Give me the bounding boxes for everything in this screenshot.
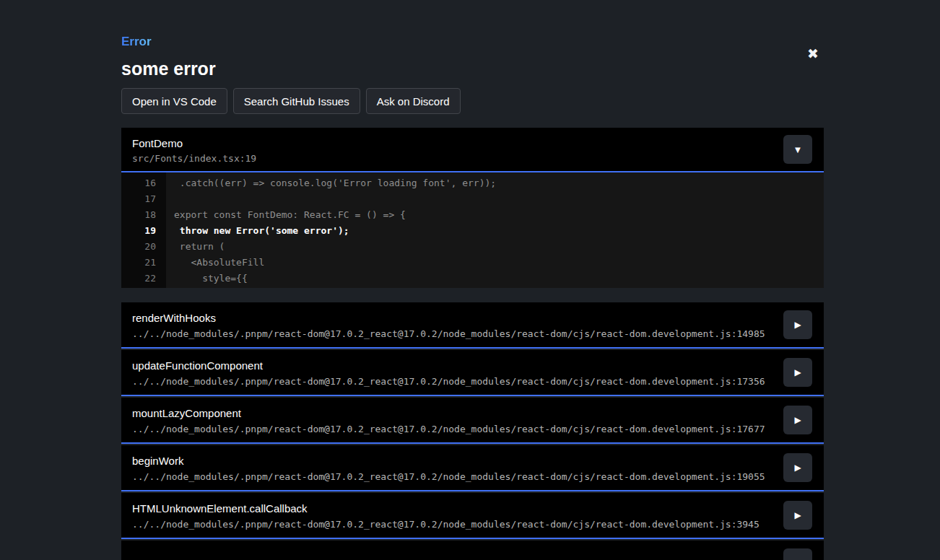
line-number: 22	[121, 271, 166, 286]
stack-frame-function: HTMLUnknownElement.callCallback	[132, 502, 773, 515]
stack-frame-row: mountLazyComponent ../../node_modules/.p…	[121, 398, 824, 444]
error-overlay: Error some error ✖ Open in VS Code Searc…	[0, 0, 940, 560]
stack-frame-path: ../../node_modules/.pnpm/react-dom@17.0.…	[132, 328, 773, 340]
play-icon: ▶	[794, 510, 801, 520]
collapse-button[interactable]: ▼	[783, 135, 812, 164]
code-line: 19 throw new Error('some error');	[121, 223, 824, 239]
stack-frame-path: ../../node_modules/.pnpm/react-dom@17.0.…	[132, 471, 773, 483]
play-icon: ▶	[794, 415, 801, 425]
line-number: 21	[121, 255, 166, 271]
search-github-issues-button[interactable]: Search GitHub Issues	[233, 88, 360, 114]
expand-frame-button[interactable]: ▶	[783, 406, 812, 434]
chevron-down-icon: ▼	[793, 144, 803, 155]
code-frame-location: src/Fonts/index.tsx:19	[132, 153, 780, 165]
stack-frame-path: ../../node_modules/.pnpm/react-dom@17.0.…	[132, 376, 773, 388]
line-code: return (	[166, 239, 225, 255]
stack-frame-row: HTMLUnknownElement.callCallback ../../no…	[121, 493, 824, 539]
play-icon: ▶	[794, 320, 801, 330]
error-type-label: Error	[121, 34, 152, 49]
line-number: 18	[121, 207, 166, 223]
stack-frame-function: updateFunctionComponent	[132, 359, 773, 372]
code-frame-title: FontDemo	[132, 137, 780, 150]
action-buttons: Open in VS Code Search GitHub Issues Ask…	[121, 88, 824, 114]
play-icon: ▶	[794, 463, 801, 473]
expand-frame-button[interactable]: ▶	[783, 358, 812, 387]
ask-on-discord-button[interactable]: Ask on Discord	[366, 88, 461, 114]
open-in-vscode-button[interactable]: Open in VS Code	[121, 88, 227, 114]
stack-frame-path: ../../node_modules/.pnpm/react-dom@17.0.…	[132, 424, 773, 435]
line-code: style={{	[166, 271, 248, 286]
error-overlay-content: Error some error ✖ Open in VS Code Searc…	[121, 0, 824, 560]
error-message: some error	[121, 58, 824, 79]
line-number: 20	[121, 239, 166, 255]
stack-frame-function: renderWithHooks	[132, 312, 773, 325]
line-code	[166, 191, 174, 207]
code-line: 18 export const FontDemo: React.FC = () …	[121, 207, 824, 223]
expand-frame-button[interactable]: ▶	[783, 453, 812, 482]
code-frame: FontDemo src/Fonts/index.tsx:19 ▼ 16 .ca…	[121, 128, 824, 288]
expand-frame-button[interactable]: ▶	[783, 548, 812, 560]
stack-frame-row: beginWork ../../node_modules/.pnpm/react…	[121, 445, 824, 491]
line-number: 17	[121, 191, 166, 207]
line-number: 16	[121, 175, 166, 191]
stack-frame-row: renderWithHooks ../../node_modules/.pnpm…	[121, 302, 824, 349]
close-icon: ✖	[807, 45, 819, 61]
line-number: 19	[121, 223, 166, 239]
line-code: export const FontDemo: React.FC = () => …	[166, 207, 406, 223]
expand-frame-button[interactable]: ▶	[783, 501, 812, 530]
close-button[interactable]: ✖	[804, 44, 822, 63]
code-line: 16 .catch((err) => console.log('Error lo…	[121, 175, 824, 191]
stack-frame-function: beginWork	[132, 455, 773, 468]
expand-frame-button[interactable]: ▶	[783, 310, 812, 339]
code-line: 22 style={{	[121, 271, 824, 286]
line-code: <AbsoluteFill	[166, 255, 264, 271]
line-code: throw new Error('some error');	[166, 223, 349, 239]
stack-frame-path: ../../node_modules/.pnpm/react-dom@17.0.…	[132, 519, 773, 530]
code-line: 17	[121, 191, 824, 207]
stack-frame-row: ▶	[121, 541, 824, 560]
stack-frame-function: mountLazyComponent	[132, 407, 773, 420]
stack-list: renderWithHooks ../../node_modules/.pnpm…	[121, 302, 824, 560]
code-lines: 16 .catch((err) => console.log('Error lo…	[121, 172, 824, 288]
code-line: 21 <AbsoluteFill	[121, 255, 824, 271]
code-frame-header: FontDemo src/Fonts/index.tsx:19 ▼	[121, 128, 824, 172]
line-code: .catch((err) => console.log('Error loadi…	[166, 175, 496, 191]
play-icon: ▶	[794, 367, 801, 377]
error-header: Error some error ✖ Open in VS Code Searc…	[121, 0, 824, 114]
code-line: 20 return (	[121, 239, 824, 255]
stack-frame-row: updateFunctionComponent ../../node_modul…	[121, 350, 824, 396]
